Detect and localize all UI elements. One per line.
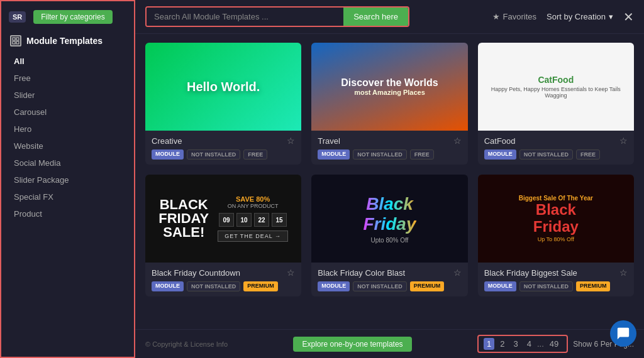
template-title-row-bfc: Black Friday Countdown ☆ xyxy=(152,268,295,278)
template-title-bfc: Black Friday Countdown xyxy=(152,268,240,278)
sidebar-item-product[interactable]: Product xyxy=(1,205,134,222)
bfc-timer-2: 10 xyxy=(236,213,252,227)
template-badges-bfcb: MODULE NOT INSTALLED PREMIUM xyxy=(318,281,461,291)
page-btn-2[interactable]: 2 xyxy=(497,338,508,350)
sidebar-item-website[interactable]: Website xyxy=(1,138,134,155)
sidebar-item-hero[interactable]: Hero xyxy=(1,121,134,138)
template-title-row-travel: Travel ☆ xyxy=(318,136,461,146)
creative-thumb-text: Hello World. xyxy=(187,80,260,94)
header: Search All Module Templates ... Search h… xyxy=(135,0,644,34)
template-info-bfcb: Black Friday Color Blast ☆ MODULE NOT IN… xyxy=(311,263,467,296)
template-title-row-bfbs: Black Friday Biggest Sale ☆ xyxy=(484,268,628,278)
badge-not-installed-creative: NOT INSTALLED xyxy=(187,149,240,160)
badge-not-installed-bfc: NOT INSTALLED xyxy=(187,281,240,291)
footer: © Copyright & License Info Explore one-b… xyxy=(135,329,644,358)
badge-not-installed-catfood: NOT INSTALLED xyxy=(519,149,573,160)
module-templates-icon xyxy=(10,35,21,46)
bfc-timer-3: 22 xyxy=(254,213,269,227)
badge-free-travel: FREE xyxy=(410,149,434,160)
template-card-catfood[interactable]: CatFood Happy Pets, Happy Homes Essentia… xyxy=(478,43,634,165)
favorite-star-creative[interactable]: ☆ xyxy=(287,136,295,146)
template-info-bfc: Black Friday Countdown ☆ MODULE NOT INST… xyxy=(145,263,301,296)
template-card-bfcb[interactable]: BlackFriday Upto 80% Off Black Friday Co… xyxy=(311,175,467,296)
sidebar: SR Filter by categories Module Templates… xyxy=(0,0,135,358)
bfc-timer-1: 09 xyxy=(219,213,234,227)
template-card-bfbs[interactable]: Biggest Sale Of The Year BlackFriday Up … xyxy=(478,175,634,296)
travel-sub-text: most Amazing Places xyxy=(341,89,438,96)
favorites-button[interactable]: ★ Favorites xyxy=(492,12,536,21)
close-button[interactable]: ✕ xyxy=(623,11,634,23)
bfc-right: SAVE 80% ON ANY PRODUCT 09 10 22 15 GET … xyxy=(218,195,288,242)
badge-module-bfc: MODULE xyxy=(152,281,184,291)
templates-grid: Hello World. Creative ☆ MODULE NOT INSTA… xyxy=(145,43,634,296)
template-thumb-creative: Hello World. xyxy=(145,43,301,131)
bfcb-text: BlackFriday xyxy=(363,194,416,234)
app-logo: SR xyxy=(9,11,26,23)
badge-module-creative: MODULE xyxy=(152,149,184,160)
template-card-travel[interactable]: Discover the Worlds most Amazing Places … xyxy=(311,43,467,165)
page-btn-3[interactable]: 3 xyxy=(510,338,521,350)
bfc-left: BLACKFRIDAYSALE! xyxy=(158,198,209,239)
main-content: Search All Module Templates ... Search h… xyxy=(135,0,644,358)
search-bar: Search All Module Templates ... Search h… xyxy=(145,6,409,27)
template-badges-bfc: MODULE NOT INSTALLED PREMIUM xyxy=(152,281,295,291)
bfbs-text: BlackFriday xyxy=(519,202,593,235)
badge-not-installed-bfbs: NOT INSTALLED xyxy=(519,281,573,291)
template-info-travel: Travel ☆ MODULE NOT INSTALLED FREE xyxy=(311,131,467,165)
template-card-bfc[interactable]: BLACKFRIDAYSALE! SAVE 80% ON ANY PRODUCT… xyxy=(145,175,301,296)
sidebar-item-free[interactable]: Free xyxy=(1,70,134,87)
svg-rect-3 xyxy=(16,41,19,44)
svg-rect-1 xyxy=(16,38,19,40)
favorite-star-bfcb[interactable]: ☆ xyxy=(453,268,462,278)
svg-rect-0 xyxy=(13,38,15,40)
template-title-creative: Creative xyxy=(152,136,182,146)
favorite-star-catfood[interactable]: ☆ xyxy=(619,136,628,146)
template-thumb-travel: Discover the Worlds most Amazing Places xyxy=(311,43,467,131)
favorite-star-travel[interactable]: ☆ xyxy=(453,136,462,146)
badge-premium-bfbs: PREMIUM xyxy=(576,281,611,291)
svg-rect-2 xyxy=(13,41,15,44)
travel-thumb-inner: Discover the Worlds most Amazing Places xyxy=(341,77,438,96)
badge-module-catfood: MODULE xyxy=(484,149,516,160)
template-info-catfood: CatFood ☆ MODULE NOT INSTALLED FREE xyxy=(478,131,634,165)
chat-bubble-button[interactable] xyxy=(610,320,636,347)
search-button[interactable]: Search here xyxy=(343,8,408,26)
sidebar-item-carousel[interactable]: Carousel xyxy=(1,104,134,121)
template-badges-creative: MODULE NOT INSTALLED FREE xyxy=(152,149,295,160)
page-btn-4[interactable]: 4 xyxy=(524,338,535,350)
sidebar-logo-row: SR Filter by categories xyxy=(1,6,134,30)
sidebar-item-slider-package[interactable]: Slider Package xyxy=(1,171,134,188)
favorite-star-bfc[interactable]: ☆ xyxy=(287,268,295,278)
template-thumb-bfc: BLACKFRIDAYSALE! SAVE 80% ON ANY PRODUCT… xyxy=(145,175,301,263)
page-btn-49[interactable]: 49 xyxy=(547,338,562,350)
catfood-thumb-inner: CatFood Happy Pets, Happy Homes Essentia… xyxy=(483,75,629,99)
sidebar-item-slider[interactable]: Slider xyxy=(1,87,134,104)
template-info-bfbs: Black Friday Biggest Sale ☆ MODULE NOT I… xyxy=(478,263,634,296)
templates-content: Hello World. Creative ☆ MODULE NOT INSTA… xyxy=(135,34,644,329)
travel-main-text: Discover the Worlds xyxy=(341,77,438,89)
bfc-timers: 09 10 22 15 xyxy=(219,213,287,227)
template-card-creative[interactable]: Hello World. Creative ☆ MODULE NOT INSTA… xyxy=(145,43,301,165)
sidebar-navigation: All Free Slider Carousel Hero Website So… xyxy=(1,52,134,224)
bfc-cta: GET THE DEAL → xyxy=(218,231,288,242)
page-btn-1[interactable]: 1 xyxy=(484,338,494,350)
sort-button[interactable]: Sort by Creation ▾ xyxy=(547,12,613,21)
bfc-thumb-inner: BLACKFRIDAYSALE! SAVE 80% ON ANY PRODUCT… xyxy=(153,190,293,247)
sidebar-item-social-media[interactable]: Social Media xyxy=(1,155,134,171)
bfc-save: SAVE 80% xyxy=(236,195,270,203)
template-badges-travel: MODULE NOT INSTALLED FREE xyxy=(318,149,461,160)
sidebar-item-special-fx[interactable]: Special FX xyxy=(1,188,134,205)
filter-categories-button[interactable]: Filter by categories xyxy=(33,10,112,24)
sidebar-section-header: Module Templates xyxy=(1,30,134,52)
favorite-star-bfbs[interactable]: ☆ xyxy=(619,268,628,278)
explore-button[interactable]: Explore one-by-one templates xyxy=(293,337,411,352)
bfcb-sub: Upto 80% Off xyxy=(363,237,416,244)
template-title-travel: Travel xyxy=(318,136,340,146)
bfbs-thumb-inner: Biggest Sale Of The Year BlackFriday Up … xyxy=(519,195,593,242)
template-badges-bfbs: MODULE NOT INSTALLED PREMIUM xyxy=(484,281,628,291)
template-thumb-bfcb: BlackFriday Upto 80% Off xyxy=(311,175,467,263)
bfc-timer-4: 15 xyxy=(272,213,287,227)
chevron-down-icon: ▾ xyxy=(609,12,613,21)
sidebar-item-all[interactable]: All xyxy=(1,53,134,70)
badge-free-creative: FREE xyxy=(243,149,267,160)
